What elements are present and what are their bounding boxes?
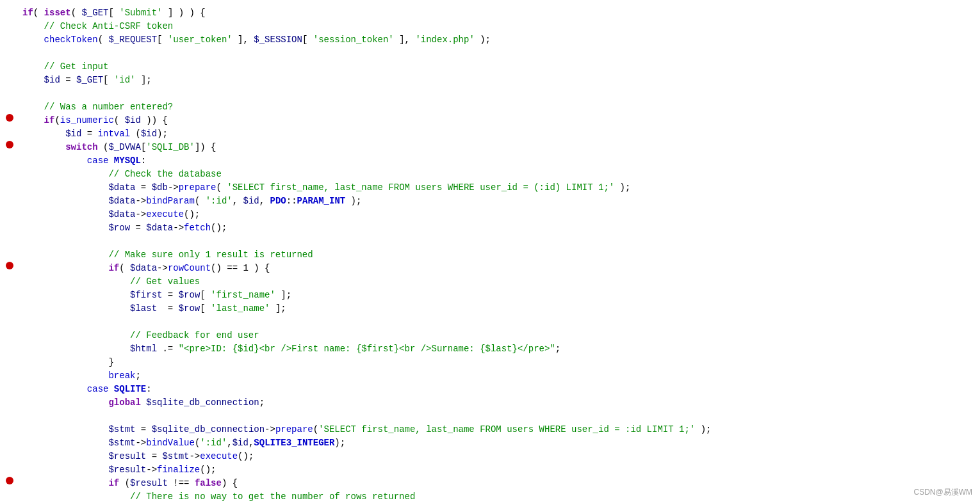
code-line — [0, 87, 980, 100]
code-line: $id = $_GET[ 'id' ]; — [0, 74, 980, 87]
code-line: checkToken( $_REQUEST[ 'user_token' ], $… — [0, 33, 980, 47]
code-content: $html .= "<pre>ID: {$id}<br />First name… — [19, 342, 980, 356]
code-content: $row = $data->fetch(); — [19, 221, 980, 235]
code-content: $first = $row[ 'first_name' ]; — [19, 289, 980, 302]
code-line: $row = $data->fetch(); — [0, 221, 980, 235]
code-line: // Was a number entered? — [0, 100, 980, 114]
code-line: $last = $row[ 'last_name' ]; — [0, 302, 980, 315]
code-content: // Get values — [19, 275, 980, 289]
code-content: // Feedback for end user — [19, 329, 980, 342]
code-line: // There is no way to get the number of … — [0, 490, 980, 503]
code-line: if( $data->rowCount() == 1 ) { — [0, 262, 980, 275]
code-content: // Check the database — [19, 168, 980, 181]
code-line: $html .= "<pre>ID: {$id}<br />First name… — [0, 342, 980, 356]
code-content: $id = intval ($id); — [19, 127, 980, 141]
code-content: $data = $db->prepare( 'SELECT first_name… — [19, 181, 980, 195]
code-content: if( $data->rowCount() == 1 ) { — [19, 262, 980, 275]
breakpoint-indicator — [6, 141, 13, 148]
code-line: // Check Anti-CSRF token — [0, 20, 980, 33]
code-content: switch ($_DVWA['SQLI_DB']) { — [19, 141, 980, 154]
code-content: case MYSQL: — [19, 154, 980, 168]
code-content: break; — [19, 369, 980, 383]
code-line: // Get input — [0, 60, 980, 74]
code-content — [19, 47, 980, 60]
code-line: global $sqlite_db_connection; — [0, 396, 980, 410]
code-content: checkToken( $_REQUEST[ 'user_token' ], $… — [19, 33, 980, 47]
code-line: case MYSQL: — [0, 154, 980, 168]
code-container: if( isset( $_GET[ 'Submit' ] ) ) { // Ch… — [0, 0, 980, 503]
code-content: case SQLITE: — [19, 383, 980, 396]
code-line: $id = intval ($id); — [0, 127, 980, 141]
code-line: $first = $row[ 'first_name' ]; — [0, 289, 980, 302]
code-content — [19, 315, 980, 329]
code-content: // Get input — [19, 60, 980, 74]
code-line: } — [0, 356, 980, 369]
code-line: $result = $stmt->execute(); — [0, 450, 980, 463]
code-content: $result = $stmt->execute(); — [19, 450, 980, 463]
code-line: if(is_numeric( $id )) { — [0, 114, 980, 127]
code-content: $data->bindParam( ':id', $id, PDO::PARAM… — [19, 195, 980, 208]
code-content: $stmt->bindValue(':id',$id,SQLITE3_INTEG… — [19, 436, 980, 450]
watermark: CSDN@易溪WM — [913, 486, 972, 498]
gutter-breakpoint — [0, 477, 19, 484]
code-line — [0, 410, 980, 423]
code-content: } — [19, 356, 980, 369]
code-content: $stmt = $sqlite_db_connection->prepare('… — [19, 423, 980, 436]
code-content: if( isset( $_GET[ 'Submit' ] ) ) { — [19, 6, 980, 20]
code-line: case SQLITE: — [0, 383, 980, 396]
code-line: $stmt = $sqlite_db_connection->prepare('… — [0, 423, 980, 436]
code-content: $data->execute(); — [19, 208, 980, 221]
code-line: $data->execute(); — [0, 208, 980, 221]
code-line: switch ($_DVWA['SQLI_DB']) { — [0, 141, 980, 154]
code-line: if( isset( $_GET[ 'Submit' ] ) ) { — [0, 6, 980, 20]
code-line: $data->bindParam( ':id', $id, PDO::PARAM… — [0, 195, 980, 208]
code-content: // There is no way to get the number of … — [19, 490, 980, 503]
code-content: $id = $_GET[ 'id' ]; — [19, 74, 980, 87]
code-line: $stmt->bindValue(':id',$id,SQLITE3_INTEG… — [0, 436, 980, 450]
code-content — [19, 410, 980, 423]
code-line: if ($result !== false) { — [0, 477, 980, 490]
code-line: $data = $db->prepare( 'SELECT first_name… — [0, 181, 980, 195]
code-line — [0, 235, 980, 248]
code-line — [0, 47, 980, 60]
code-line: break; — [0, 369, 980, 383]
code-line — [0, 315, 980, 329]
code-content — [19, 235, 980, 248]
breakpoint-indicator — [6, 477, 13, 484]
code-line: $result->finalize(); — [0, 463, 980, 477]
code-line: // Feedback for end user — [0, 329, 980, 342]
code-content: $last = $row[ 'last_name' ]; — [19, 302, 980, 315]
code-content: // Check Anti-CSRF token — [19, 20, 980, 33]
breakpoint-indicator — [6, 262, 13, 269]
gutter-breakpoint — [0, 262, 19, 269]
code-line: // Get values — [0, 275, 980, 289]
code-line: // Make sure only 1 result is returned — [0, 248, 980, 262]
code-content: global $sqlite_db_connection; — [19, 396, 980, 410]
code-line: // Check the database — [0, 168, 980, 181]
gutter-breakpoint — [0, 114, 19, 122]
code-content: // Was a number entered? — [19, 100, 980, 114]
code-content: // Make sure only 1 result is returned — [19, 248, 980, 262]
code-content: $result->finalize(); — [19, 463, 980, 477]
code-content: if ($result !== false) { — [19, 477, 980, 490]
gutter-breakpoint — [0, 141, 19, 148]
code-content — [19, 87, 980, 100]
code-content: if(is_numeric( $id )) { — [19, 114, 980, 127]
breakpoint-indicator — [6, 114, 13, 122]
